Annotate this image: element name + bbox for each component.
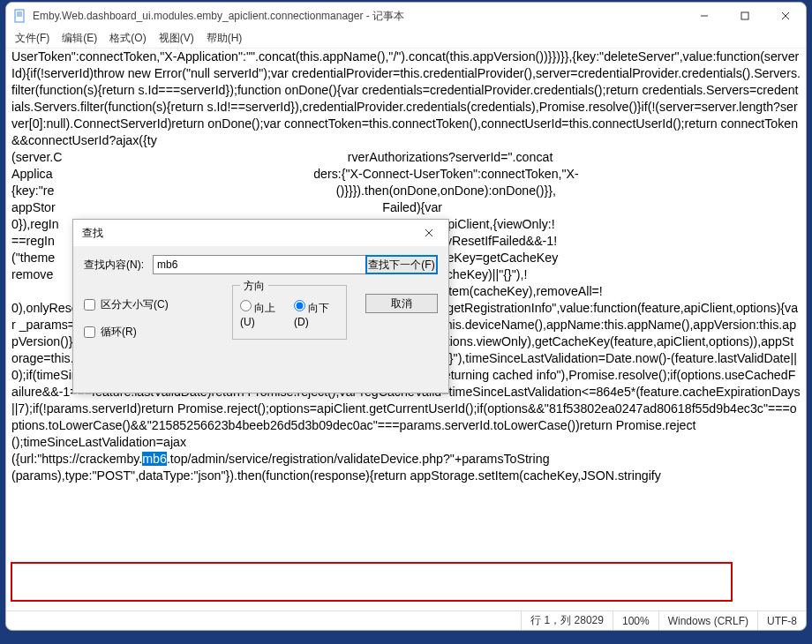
match-case-input[interactable]: [84, 299, 95, 311]
close-button[interactable]: [765, 3, 806, 29]
menu-view[interactable]: 视图(V): [159, 31, 194, 46]
match-case-checkbox[interactable]: 区分大小写(C): [84, 297, 169, 312]
cancel-button[interactable]: 取消: [365, 294, 438, 313]
wrap-checkbox[interactable]: 循环(R): [84, 325, 169, 340]
close-icon: [425, 228, 433, 237]
menu-help[interactable]: 帮助(H): [207, 31, 243, 46]
wrap-input[interactable]: [84, 326, 95, 338]
dialog-titlebar[interactable]: 查找: [73, 220, 448, 246]
statusbar: 行 1，列 28029 100% Windows (CRLF) UTF-8: [6, 610, 806, 630]
direction-label: 方向: [240, 279, 268, 294]
selected-text: mb6: [142, 452, 167, 466]
menu-format[interactable]: 格式(O): [109, 31, 146, 46]
notepad-window: Emby.Web.dashboard_ui.modules.emby_apicl…: [5, 2, 807, 631]
titlebar: Emby.Web.dashboard_ui.modules.emby_apicl…: [6, 3, 806, 29]
find-label: 查找内容(N):: [84, 258, 153, 273]
direction-group: 方向 向上(U) 向下(D): [232, 285, 347, 340]
status-position: 行 1，列 28029: [522, 611, 613, 630]
highlight-rectangle: [11, 562, 733, 602]
menubar: 文件(F) 编辑(E) 格式(O) 视图(V) 帮助(H): [6, 29, 806, 49]
dialog-title: 查找: [82, 226, 410, 241]
caption-buttons: [684, 3, 806, 29]
direction-down-radio[interactable]: 向下(D): [294, 300, 339, 328]
text-editor-area[interactable]: UserToken":connectToken,"X-Application":…: [6, 49, 806, 610]
find-next-button[interactable]: 查找下一个(F): [365, 255, 438, 274]
maximize-button[interactable]: [725, 3, 765, 29]
menu-edit[interactable]: 编辑(E): [62, 31, 97, 46]
minimize-button[interactable]: [684, 3, 725, 29]
direction-up-radio[interactable]: 向上(U): [240, 300, 285, 328]
app-icon: [13, 9, 27, 23]
status-zoom: 100%: [613, 611, 659, 630]
dialog-close-button[interactable]: [410, 220, 448, 246]
window-title: Emby.Web.dashboard_ui.modules.emby_apicl…: [33, 9, 684, 24]
status-encoding: UTF-8: [758, 611, 806, 630]
find-dialog: 查找 查找内容(N): 查找下一个(F) 取消 区分大小写(C) 循环(R): [72, 219, 449, 393]
svg-rect-5: [741, 12, 748, 19]
menu-file[interactable]: 文件(F): [15, 31, 49, 46]
status-spacer: [6, 611, 522, 630]
status-eol: Windows (CRLF): [659, 611, 758, 630]
